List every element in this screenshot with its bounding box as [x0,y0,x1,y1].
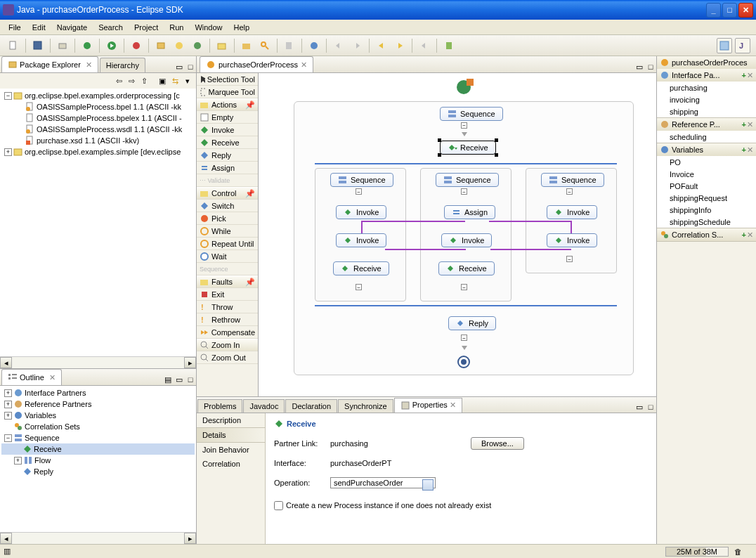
add-icon[interactable]: + [742,71,746,80]
palette-exit[interactable]: Exit [197,288,258,301]
add-icon[interactable]: + [742,231,746,240]
correlation-sets-header[interactable]: Correlation S...+✕ [657,228,756,241]
outline-interface-partners[interactable]: +Interface Partners [1,387,195,398]
pin-button[interactable] [441,38,457,53]
variables-header[interactable]: Variables+✕ [657,143,756,156]
browse-button[interactable]: Browse... [471,437,524,450]
props-nav-description[interactable]: Description [197,413,265,427]
menu-icon[interactable]: ▾ [182,75,193,86]
globe-button[interactable] [306,38,322,53]
run-button[interactable] [104,38,119,53]
scrollbar-horizontal[interactable]: ◂▸ [0,532,196,544]
start-node[interactable] [457,80,471,94]
outline-correlation-sets[interactable]: Correlation Sets [1,421,195,432]
new-type-button[interactable] [190,38,205,53]
variable-item[interactable]: shippingInfo [657,204,756,216]
minimize-button[interactable]: _ [706,3,721,18]
close-button[interactable]: ✕ [738,3,753,18]
maximize-editor-icon[interactable]: □ [645,61,656,72]
palette-rethrow[interactable]: !Rethrow [197,313,258,326]
file-node-2[interactable]: OASISSampleProcess.bpelex 1.1 (ASCII - [1,112,195,124]
project-node-1[interactable]: − org.eclipse.bpel.examples.orderprocess… [1,90,195,101]
palette-while[interactable]: While [197,225,258,238]
sequence-node[interactable]: Sequence [440,107,503,121]
process-header[interactable]: purchaseOrderProces [657,56,756,69]
palette-zoom-in[interactable]: Zoom In [197,339,258,351]
minimize-view-icon[interactable]: ▭ [634,401,645,413]
receive-node[interactable]: Receive [438,261,495,275]
menu-navigate[interactable]: Navigate [51,22,93,33]
add-icon[interactable]: + [742,120,746,129]
operation-combo[interactable]: sendPurchaseOrder [330,477,436,488]
tab-problems[interactable]: Problems [197,399,242,413]
create-instance-checkbox[interactable] [274,501,283,510]
file-node-1[interactable]: OASISSampleProcess.bpel 1.1 (ASCII -kk [1,101,195,112]
outline-flow[interactable]: +Flow [1,455,195,466]
new-button[interactable] [6,38,21,53]
partner-item[interactable]: purchasing [657,82,756,93]
palette-reply[interactable]: Reply [197,149,258,162]
add-icon[interactable]: + [742,145,746,155]
project-node-2[interactable]: + org.eclipse.bpel.examples.simple [dev.… [1,146,195,157]
tab-synchronize[interactable]: Synchronize [338,399,393,413]
menu-file[interactable]: File [3,22,27,33]
package-explorer-tree[interactable]: − org.eclipse.bpel.examples.orderprocess… [0,89,196,356]
forward-icon[interactable]: ⇨ [126,75,137,86]
palette-throw[interactable]: !Throw [197,301,258,313]
memory-indicator[interactable]: 25M of 38M [665,547,729,557]
receive-node-selected[interactable]: Receive [440,141,496,155]
status-icon[interactable]: ▥ [0,547,14,556]
palette-faults-header[interactable]: Faults📌 [197,275,258,288]
props-nav-details[interactable]: Details [197,427,265,443]
reference-partners-header[interactable]: Reference P...+✕ [657,118,756,131]
variable-item[interactable]: shippingSchedule [657,216,756,228]
print-button[interactable] [55,38,70,53]
tab-outline[interactable]: Outline ✕ [1,369,62,385]
tab-package-explorer[interactable]: Package Explorer ✕ [1,56,98,72]
assign-node[interactable]: Assign [444,205,495,219]
invoke-node[interactable]: Invoke [336,233,386,247]
invoke-node[interactable]: Invoke [441,233,492,247]
palette-switch[interactable]: Switch [197,200,258,212]
invoke-node[interactable]: Invoke [547,205,597,219]
delete-icon[interactable]: ✕ [747,145,753,155]
palette-compensate[interactable]: Compensate [197,326,258,339]
palette-marquee-tool[interactable]: Marquee Tool [197,86,258,98]
outline-variables[interactable]: +Variables [1,410,195,421]
minimize-view-icon[interactable]: ▭ [174,61,185,72]
palette-empty[interactable]: Empty [197,111,258,124]
close-icon[interactable]: ✕ [86,60,92,70]
invoke-node[interactable]: Invoke [547,233,597,247]
close-icon[interactable]: ✕ [450,401,456,409]
new-class-button[interactable] [171,38,187,53]
interface-partners-header[interactable]: Interface Pa...+✕ [657,69,756,82]
menu-search[interactable]: Search [93,22,129,33]
trash-icon[interactable]: 🗑 [734,547,742,556]
editor-tab[interactable]: purchaseOrderProcess ✕ [200,56,313,72]
sequence-node[interactable]: Sequence [541,173,604,187]
sequence-node[interactable]: Sequence [330,173,393,187]
scrollbar-horizontal[interactable]: ◂▸ [0,356,196,368]
open-button[interactable] [214,38,230,53]
annotate-button[interactable] [282,38,297,53]
debug-button[interactable] [79,38,95,53]
outline-sequence[interactable]: −Sequence [1,432,195,443]
collapse-icon[interactable]: ▣ [157,75,168,86]
ext-tools-button[interactable] [129,38,144,53]
partner-item[interactable]: scheduling [657,131,756,143]
props-nav-join-behavior[interactable]: Join Behavior [197,443,265,457]
maximize-view-icon[interactable]: □ [645,401,656,413]
partner-item[interactable]: shipping [657,105,756,117]
variable-item[interactable]: POFault [657,180,756,192]
variable-item[interactable]: PO [657,156,756,168]
palette-selection-tool[interactable]: Selection Tool [197,73,258,86]
palette-assign[interactable]: Assign [197,162,258,174]
tab-declaration[interactable]: Declaration [285,399,337,413]
palette-receive[interactable]: Receive [197,136,258,149]
outline-mode-icon[interactable]: ▤ [162,374,174,385]
palette-actions-header[interactable]: Actions📌 [197,98,258,111]
sequence-node[interactable]: Sequence [436,173,499,187]
variable-item[interactable]: shippingRequest [657,192,756,204]
file-node-3[interactable]: OASISSampleProcess.wsdl 1.1 (ASCII -kk [1,124,195,135]
perspective-java-button[interactable]: J [735,38,750,53]
